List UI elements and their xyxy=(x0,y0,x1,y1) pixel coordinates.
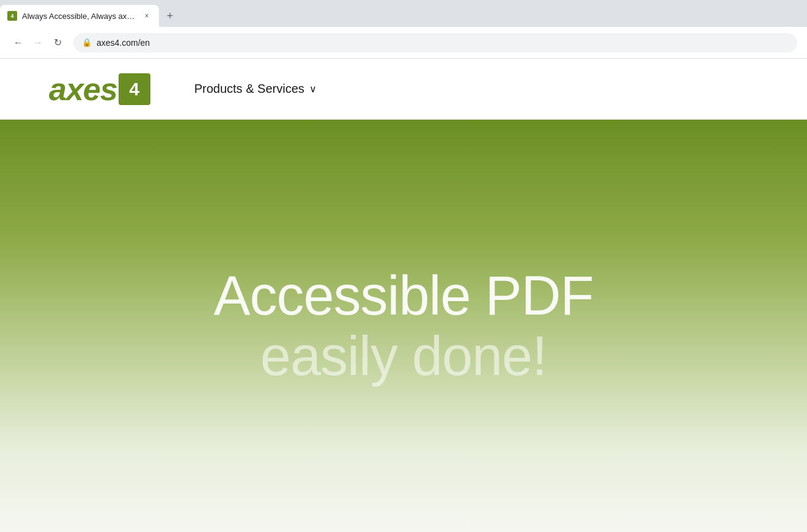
tab-title: Always Accessible, Always axes4 xyxy=(22,12,137,21)
tab-favicon: 4 xyxy=(7,11,17,21)
reload-button[interactable]: ↻ xyxy=(49,34,66,51)
browser-tab-active[interactable]: 4 Always Accessible, Always axes4 × xyxy=(0,5,159,27)
nav-buttons: ← → ↻ xyxy=(10,34,66,51)
site-logo[interactable]: axes 4 xyxy=(49,73,150,105)
logo-number: 4 xyxy=(129,79,139,100)
logo-box: 4 xyxy=(119,73,150,105)
hero-line2: easily done! xyxy=(213,326,593,387)
products-services-label: Products & Services xyxy=(194,82,304,96)
website-content: axes 4 Products & Services ∨ Accessible … xyxy=(0,59,807,532)
tab-bar: 4 Always Accessible, Always axes4 × + xyxy=(0,0,807,27)
products-services-menu[interactable]: Products & Services ∨ xyxy=(187,77,324,101)
site-nav: Products & Services ∨ xyxy=(187,77,324,101)
forward-button[interactable]: → xyxy=(29,34,46,51)
address-bar[interactable]: 🔒 axes4.com/en xyxy=(73,33,797,53)
logo-text-axes: axes xyxy=(49,73,117,105)
lock-icon: 🔒 xyxy=(82,38,92,47)
tab-close-button[interactable]: × xyxy=(142,11,152,21)
address-bar-area: ← → ↻ 🔒 axes4.com/en xyxy=(0,27,807,59)
site-header: axes 4 Products & Services ∨ xyxy=(0,59,807,120)
hero-line1: Accessible PDF xyxy=(213,266,593,326)
browser-chrome: 4 Always Accessible, Always axes4 × + ← … xyxy=(0,0,807,532)
hero-text-container: Accessible PDF easily done! xyxy=(213,266,593,387)
chevron-down-icon: ∨ xyxy=(309,83,317,95)
hero-section: Accessible PDF easily done! xyxy=(0,120,807,532)
back-button[interactable]: ← xyxy=(10,34,27,51)
tab-favicon-text: 4 xyxy=(10,13,13,19)
url-text: axes4.com/en xyxy=(97,38,150,48)
new-tab-button[interactable]: + xyxy=(161,7,179,24)
